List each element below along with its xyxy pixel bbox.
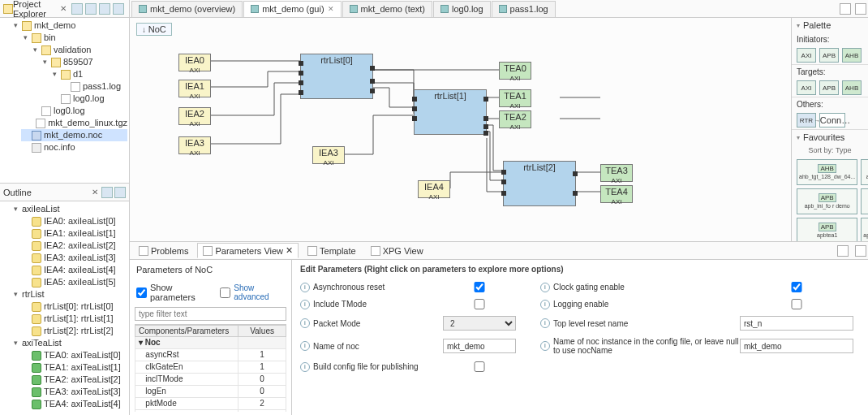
info-icon[interactable]: i (300, 362, 310, 372)
node-tea4[interactable]: TEA4AXI (600, 185, 633, 203)
tab-template[interactable]: Template (302, 244, 362, 258)
checkbox-publish[interactable] (443, 361, 516, 372)
close-icon[interactable]: ✕ (58, 4, 68, 13)
outline-item[interactable]: IEA0: axiIeaList[0] (21, 215, 127, 227)
favourite-item[interactable]: APBapb_tgt_128_dw_64_aw (861, 218, 868, 241)
node-rtr0[interactable]: rtrList[0] (300, 54, 373, 99)
tree-item[interactable]: validation (54, 44, 91, 56)
outline-group[interactable]: rtrList (22, 288, 45, 300)
node-iea0[interactable]: IEA0AXI (178, 54, 211, 71)
input-top-reset[interactable] (740, 316, 853, 331)
tree-item[interactable]: d1 (73, 68, 83, 80)
tree-item[interactable]: bin (44, 32, 56, 44)
outline-group[interactable]: axiTeaList (22, 337, 62, 349)
node-rtr1[interactable]: rtrList[1] (414, 89, 487, 135)
tab-overview[interactable]: mkt_demo (overview) (131, 1, 243, 17)
checkbox-async-reset[interactable] (443, 282, 516, 292)
palette-rtr-button[interactable]: RTR (797, 113, 816, 128)
tab-problems[interactable]: Problems (133, 244, 194, 258)
tab-log0[interactable]: log0.log (433, 1, 491, 17)
close-icon[interactable]: ✕ (286, 245, 293, 256)
outline-item[interactable]: TEA1: axiTeaList[1] (21, 361, 127, 374)
palette-ahb-button[interactable]: AHB (842, 48, 862, 63)
close-icon[interactable]: ✕ (90, 188, 100, 197)
palette-apb-button[interactable]: APB (819, 80, 839, 95)
checkbox-logging[interactable] (740, 299, 853, 309)
node-iea2[interactable]: IEA2AXI (178, 107, 211, 125)
palette-conn-button[interactable]: →Conn… (819, 113, 845, 128)
close-icon[interactable]: ✕ (328, 5, 334, 13)
input-inst-name[interactable] (740, 339, 853, 353)
palette-favourites[interactable]: Favourites (803, 132, 844, 142)
node-iea3[interactable]: IEA3AXI (178, 136, 211, 154)
tree-item[interactable]: mkt_demo (34, 19, 75, 32)
favourite-item[interactable]: AHBahb_tgt_128_dw_64... (861, 159, 868, 185)
palette-ahb-button[interactable]: AHB (842, 80, 862, 95)
outline-item[interactable]: rtrList[2]: rtrList[2] (21, 325, 127, 337)
tab-xpg[interactable]: XPG View (365, 244, 429, 258)
node-iea3b[interactable]: IEA3AXI (312, 146, 345, 164)
tab-pass1[interactable]: pass1.log (492, 1, 556, 17)
tree-item[interactable]: log0.log (54, 105, 85, 117)
outline-group[interactable]: axiIeaList (22, 203, 59, 215)
view-menu-icon[interactable] (113, 3, 124, 15)
param-row[interactable]: pktMode2 (135, 398, 286, 410)
outline-item[interactable]: TEA0: axiTeaList[0] (21, 349, 127, 361)
param-row[interactable]: clkGateEn1 (135, 361, 286, 374)
show-advanced-checkbox[interactable]: Show advanced (220, 283, 285, 301)
tree-item[interactable]: log0.log (73, 93, 105, 105)
select-packet-mode[interactable]: 2 (443, 316, 516, 331)
project-tree[interactable]: ▾mkt_demo ▾bin ▾validation ▾859507 ▾d1 p… (0, 18, 129, 183)
outline-min-icon[interactable] (101, 187, 113, 198)
checkbox-include-tmode[interactable] (443, 299, 516, 309)
collapse-all-icon[interactable] (71, 3, 83, 15)
parameters-table[interactable]: Components/ParametersValues ▾ Noc asyncR… (135, 324, 286, 412)
minimize-icon[interactable] (837, 245, 849, 257)
show-parameters-checkbox[interactable]: Show parameters (136, 283, 212, 302)
outline-item[interactable]: TEA2: axiTeaList[2] (21, 374, 127, 386)
info-icon[interactable]: i (300, 283, 310, 292)
filter-icon[interactable] (99, 3, 110, 15)
node-tea2[interactable]: TEA2AXI (499, 110, 531, 128)
param-row[interactable]: topRstrst_n (135, 410, 286, 413)
info-icon[interactable]: i (300, 300, 310, 309)
checkbox-clock-gate[interactable] (740, 282, 853, 292)
input-noc-name[interactable] (443, 339, 516, 353)
diagram-canvas[interactable]: ↓ NoC (130, 18, 791, 241)
palette-axi-button[interactable]: AXI (797, 80, 816, 95)
minimize-icon[interactable] (840, 3, 851, 15)
param-row[interactable]: inclTMode0 (135, 374, 286, 386)
param-row[interactable]: asyncRst1 (135, 349, 286, 361)
outline-item[interactable]: IEA3: axiIeaList[3] (21, 252, 127, 264)
tree-item[interactable]: pass1.log (83, 80, 121, 93)
outline-item[interactable]: IEA2: axiIeaList[2] (21, 240, 127, 252)
node-tea0[interactable]: TEA0AXI (499, 62, 531, 80)
node-tea1[interactable]: TEA1AXI (499, 89, 531, 107)
maximize-icon[interactable] (855, 3, 866, 15)
outline-item[interactable]: TEA3: axiTeaList[3] (21, 386, 127, 398)
outline-item[interactable]: TEA4: axiTeaList[4] (21, 398, 127, 410)
favourite-item[interactable]: AHBahb_tgt_128_dw_64... (797, 159, 857, 185)
node-rtr2[interactable]: rtrList[2] (503, 161, 576, 206)
info-icon[interactable]: i (540, 283, 550, 292)
palette-axi-button[interactable]: AXI (797, 48, 816, 63)
node-tea3[interactable]: TEA3AXI (600, 164, 633, 182)
info-icon[interactable]: i (540, 300, 550, 309)
outline-item[interactable]: IEA1: axiIeaList[1] (21, 227, 127, 240)
tree-item-selected[interactable]: mkt_demo.noc (44, 129, 102, 141)
favourite-item[interactable]: APBapb_ini_for demo ... (861, 188, 868, 214)
tab-text[interactable]: mkt_demo (text) (342, 1, 432, 17)
info-icon[interactable]: i (300, 341, 310, 351)
tree-item[interactable]: noc.info (44, 141, 75, 153)
tab-gui[interactable]: mkt_demo (gui)✕ (243, 1, 341, 17)
node-iea1[interactable]: IEA1AXI (178, 80, 211, 97)
outline-item[interactable]: IEA5: axiIeaList[5] (21, 276, 127, 288)
outline-item[interactable]: rtrList[1]: rtrList[1] (21, 313, 127, 325)
outline-item[interactable]: rtrList[0]: rtrList[0] (21, 300, 127, 313)
info-icon[interactable]: i (300, 318, 310, 328)
link-editor-icon[interactable] (85, 3, 97, 15)
filter-input[interactable] (135, 307, 286, 321)
outline-max-icon[interactable] (114, 187, 126, 198)
favourite-item[interactable]: APBapbtea1 (797, 218, 857, 241)
tree-item[interactable]: mkt_demo_linux.tgz (48, 117, 127, 129)
